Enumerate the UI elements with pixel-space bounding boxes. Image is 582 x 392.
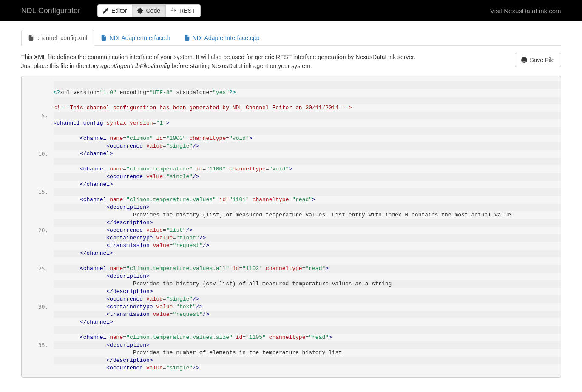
tab-adapter-cpp[interactable]: NDLAdapterInterface.cpp [177,30,267,46]
download-icon [521,57,527,63]
mode-button-group: Editor Code REST [97,4,201,17]
code-line: Provides the history (csv list) of all m… [54,280,561,288]
code-line [54,81,561,89]
gear-icon [137,8,143,14]
code-line: <transmission value="request"/> [54,311,561,318]
code-button[interactable]: Code [132,4,165,17]
code-line [54,326,561,334]
code-line: <channel name="climon.temperature.values… [54,196,561,204]
editor-button[interactable]: Editor [97,4,133,17]
code-line: <occurrence value="single"/> [54,173,561,181]
code-line: 20. <occurrence value="list"/> [54,227,561,234]
code-line [54,97,561,104]
rest-button[interactable]: REST [165,4,201,17]
code-line: <channel name="climon" id="1000" channel… [54,135,561,142]
code-line: <?xml version="1.0" encoding="UTF-8" sta… [54,89,561,97]
code-line: <transmission value="request"/> [54,242,561,250]
main-container: channel_config.xml NDLAdapterInterface.h… [15,21,568,378]
file-icon [101,35,107,41]
transfer-icon [171,8,177,14]
code-line: <description> [54,273,561,280]
code-line [54,127,561,135]
code-line: </channel> [54,181,561,188]
info-row: This XML file defines the communication … [21,46,561,76]
visit-link[interactable]: Visit NexusDataLink.com [490,7,561,14]
code-line: <channel name="climon.temperature" id="1… [54,165,561,173]
code-viewer[interactable]: <?xml version="1.0" encoding="UTF-8" sta… [21,76,561,378]
code-line [54,257,561,265]
save-file-button[interactable]: Save File [515,53,561,67]
edit-icon [103,8,109,14]
info-text: This XML file defines the communication … [21,53,416,71]
navbar: NDL Configurator Editor Code REST Visit … [0,0,582,21]
file-icon [184,35,190,41]
code-line: </description> [54,219,561,227]
code-line: Provides the number of elements in the t… [54,349,561,357]
tab-adapter-h[interactable]: NDLAdapterInterface.h [94,30,177,46]
code-line: </channel> [54,250,561,257]
app-brand: NDL Configurator [21,6,80,15]
code-line: <!-- This channel configuration has been… [54,104,561,112]
code-line: <description> [54,204,561,211]
code-line: 10. </channel> [54,150,561,158]
file-tabs: channel_config.xml NDLAdapterInterface.h… [21,30,561,46]
code-line: 30. <containertype value="text"/> [54,303,561,311]
code-line [54,158,561,165]
code-line: </channel> [54,318,561,326]
code-line: </description> [54,357,561,364]
code-line: 5. [54,112,561,119]
code-line: <channel name="climon.temperature.values… [54,334,561,341]
code-line: <occurrence value="single"/> [54,364,561,372]
code-line: 25. <channel name="climon.temperature.va… [54,265,561,273]
code-line: <occurrence value="single"/> [54,295,561,303]
code-line: </description> [54,288,561,295]
code-line: <occurrence value="single"/> [54,142,561,150]
code-line: <containertype value="float"/> [54,234,561,242]
code-line: <channel_config syntax_version="1"> [54,119,561,127]
code-line: Provides the history (list) of measured … [54,211,561,219]
tab-channel-config[interactable]: channel_config.xml [21,30,94,46]
file-icon [28,35,34,41]
code-line: 35. <description> [54,341,561,349]
code-line: 15. [54,188,561,196]
